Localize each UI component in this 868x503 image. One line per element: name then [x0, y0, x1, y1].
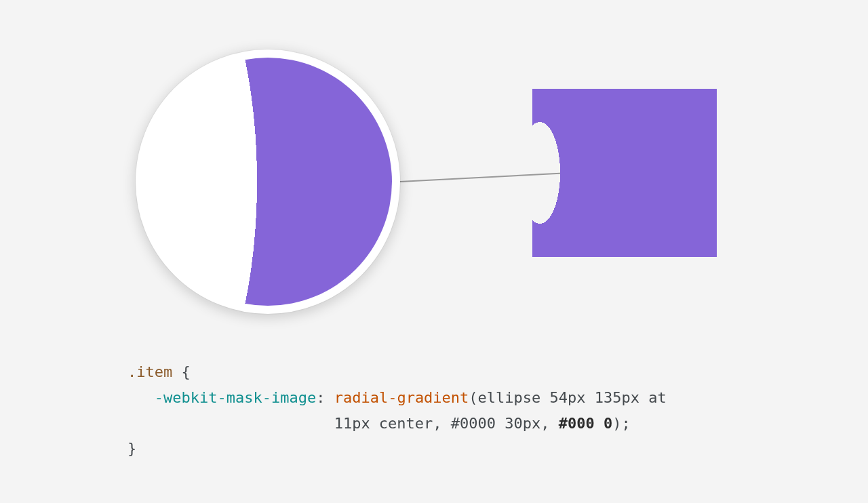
demo-box: [532, 89, 717, 257]
figure-stage: .item { -webkit-mask-image: radial-gradi…: [0, 0, 868, 503]
code-args-bold: #000 0: [559, 415, 612, 432]
code-args-1: (ellipse 54px 135px at: [469, 389, 666, 406]
code-close-brace: }: [127, 440, 136, 457]
code-selector: .item: [127, 363, 172, 380]
magnifier-content: [136, 49, 400, 314]
code-indent: [127, 389, 155, 406]
code-function: radial-gradient: [334, 389, 469, 406]
code-open-brace: {: [172, 363, 191, 380]
magnifier-lens: [136, 49, 400, 314]
code-colon: :: [316, 389, 334, 406]
code-args-2a: 11px center, #0000 30px,: [334, 415, 559, 432]
css-code-block: .item { -webkit-mask-image: radial-gradi…: [127, 359, 667, 462]
code-indent-2: [127, 415, 334, 432]
code-args-close: );: [612, 415, 631, 432]
code-property: -webkit-mask-image: [155, 389, 316, 406]
